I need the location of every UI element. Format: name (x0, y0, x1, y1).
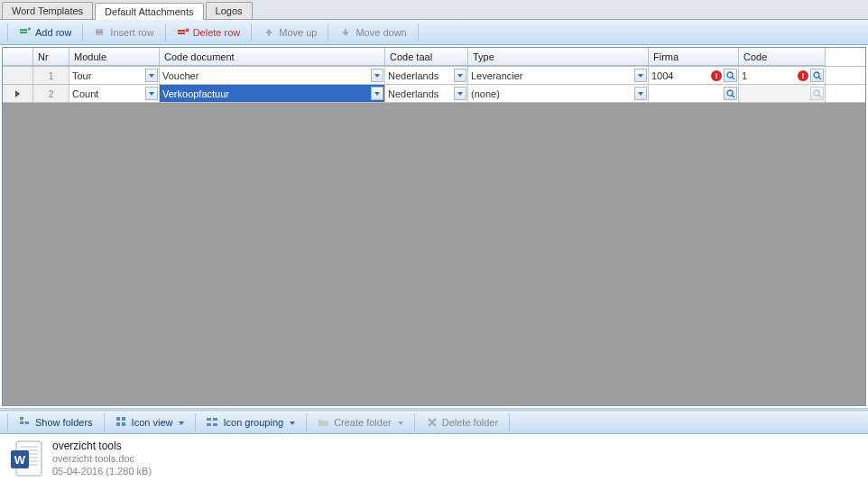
lookup-icon[interactable] (724, 87, 737, 100)
insert-row-label: Insert row (110, 27, 153, 38)
svg-rect-20 (116, 417, 120, 421)
move-up-button[interactable]: Move up (255, 23, 324, 42)
cell-firma[interactable]: 1004 ! (649, 67, 739, 84)
icon-grouping-label: Icon grouping (223, 417, 283, 428)
delete-row-label: Delete row (193, 27, 241, 38)
create-folder-label: Create folder (334, 417, 392, 428)
svg-rect-23 (122, 422, 125, 426)
dropdown-icon[interactable] (634, 87, 647, 100)
svg-rect-21 (122, 417, 125, 421)
col-module[interactable]: Module (69, 48, 160, 66)
dropdown-icon[interactable] (145, 87, 158, 100)
col-code-taal[interactable]: Code taal (385, 48, 468, 66)
svg-line-14 (732, 95, 734, 97)
icon-view-label: Icon view (132, 417, 173, 428)
word-doc-icon[interactable]: W (7, 440, 47, 479)
tab-default-attachments[interactable]: Default Attachments (95, 3, 203, 20)
tab-word-templates[interactable]: Word Templates (2, 2, 93, 19)
delete-row-button[interactable]: Delete row (170, 23, 248, 42)
error-icon: ! (711, 70, 722, 81)
arrow-down-icon (339, 26, 352, 39)
grid-header: Nr Module Code document Code taal Type F… (3, 48, 865, 67)
cell-code-taal[interactable]: Nederlands (385, 85, 468, 102)
lookup-icon[interactable] (810, 69, 824, 82)
svg-rect-4 (96, 31, 103, 32)
lookup-icon[interactable] (810, 87, 824, 100)
cell-code-document[interactable]: Verkoopfactuur (160, 85, 385, 102)
svg-rect-26 (207, 423, 211, 426)
col-indicator (3, 48, 33, 66)
svg-rect-22 (116, 422, 120, 426)
delete-row-icon (177, 26, 189, 39)
delete-folder-button[interactable]: Delete folder (419, 413, 505, 431)
arrow-up-icon (263, 26, 275, 39)
table-row[interactable]: 1 Tour Voucher Nederlands Leverancier 10… (3, 67, 865, 85)
file-list: W overzicht tools overzicht tools.doc 05… (0, 434, 868, 485)
move-down-label: Move down (356, 27, 406, 38)
cell-code-document-value: Voucher (162, 70, 199, 81)
svg-rect-0 (20, 29, 27, 31)
cell-code-taal[interactable]: Nederlands (385, 67, 468, 84)
cell-code[interactable]: 1 ! (739, 67, 826, 84)
cell-code-value: 1 (742, 70, 747, 81)
cell-nr: 2 (33, 85, 69, 102)
svg-line-16 (818, 95, 821, 97)
grid-toolbar: Add row Insert row Delete row Move up Mo… (0, 20, 868, 45)
svg-line-12 (818, 77, 821, 79)
svg-rect-2 (96, 29, 103, 31)
svg-rect-1 (20, 32, 27, 33)
cell-firma[interactable] (649, 85, 739, 102)
grid: Nr Module Code document Code taal Type F… (2, 47, 866, 406)
icon-view-button[interactable]: Icon view (108, 413, 192, 431)
file-toolbar: Show folders Icon view Icon grouping Cre… (0, 411, 868, 434)
show-folders-button[interactable]: Show folders (12, 413, 100, 431)
cell-type[interactable]: (none) (468, 85, 649, 102)
col-firma[interactable]: Firma (649, 48, 739, 66)
insert-row-button[interactable]: Insert row (87, 23, 161, 42)
col-type[interactable]: Type (468, 48, 649, 66)
icon-view-icon (115, 416, 128, 429)
cell-type-value: Leverancier (471, 70, 522, 81)
cell-module[interactable]: Tour (69, 67, 160, 84)
move-up-label: Move up (279, 27, 317, 38)
add-row-button[interactable]: Add row (12, 23, 78, 42)
cell-type-value: (none) (471, 88, 500, 99)
cell-module[interactable]: Count (69, 85, 160, 102)
dropdown-icon[interactable] (371, 69, 383, 82)
cell-module-value: Count (72, 88, 98, 99)
svg-rect-25 (213, 418, 217, 421)
file-filename: overzicht tools.doc (52, 452, 152, 465)
svg-rect-24 (207, 418, 211, 421)
col-nr[interactable]: Nr (33, 48, 69, 66)
dropdown-icon[interactable] (145, 69, 158, 82)
cell-code-document-value: Verkoopfactuur (162, 88, 229, 99)
dropdown-icon[interactable] (454, 69, 466, 82)
svg-text:W: W (14, 453, 26, 467)
show-folders-label: Show folders (35, 417, 93, 428)
svg-rect-5 (178, 30, 185, 32)
row-indicator (3, 67, 33, 84)
create-folder-button[interactable]: Create folder (310, 413, 411, 431)
file-title: overzicht tools (52, 440, 152, 452)
chevron-down-icon (176, 417, 184, 428)
error-icon: ! (798, 70, 808, 81)
svg-rect-19 (25, 422, 29, 424)
cell-type[interactable]: Leverancier (468, 67, 649, 84)
lookup-icon[interactable] (724, 69, 737, 82)
chevron-down-icon (287, 417, 295, 428)
file-meta: 05-04-2016 (1.280 kB) (52, 465, 152, 477)
col-code[interactable]: Code (739, 48, 826, 66)
dropdown-icon[interactable] (371, 87, 383, 100)
icon-grouping-button[interactable]: Icon grouping (199, 413, 302, 431)
svg-rect-27 (213, 423, 217, 426)
move-down-button[interactable]: Move down (332, 23, 413, 42)
dropdown-icon[interactable] (634, 69, 647, 82)
svg-rect-17 (20, 417, 23, 420)
file-item[interactable]: overzicht tools overzicht tools.doc 05-0… (52, 440, 152, 478)
dropdown-icon[interactable] (454, 87, 466, 100)
tab-logos[interactable]: Logos (206, 2, 253, 19)
table-row[interactable]: 2 Count Verkoopfactuur Nederlands (none) (3, 85, 865, 103)
cell-code[interactable] (739, 85, 826, 102)
cell-code-document[interactable]: Voucher (160, 67, 385, 84)
col-code-document[interactable]: Code document (160, 48, 385, 66)
